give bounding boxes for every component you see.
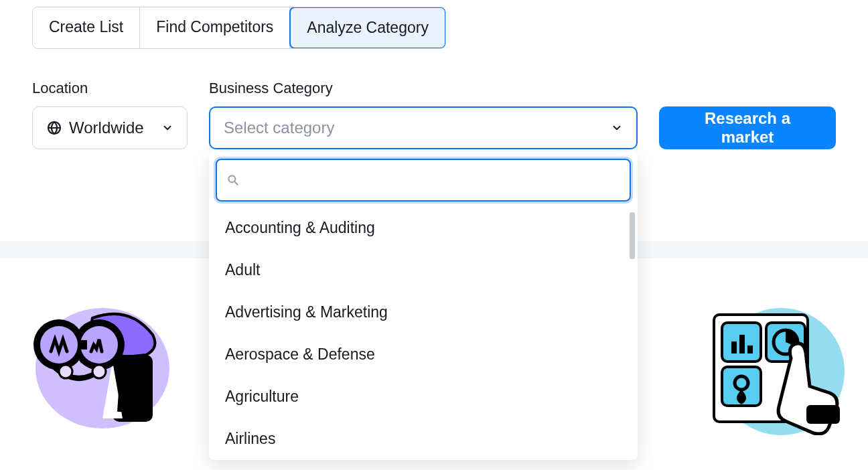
tab-label: Create List bbox=[49, 18, 123, 35]
tab-find-competitors[interactable]: Find Competitors bbox=[140, 7, 290, 48]
category-option[interactable]: Adult bbox=[209, 249, 638, 291]
svg-rect-8 bbox=[78, 340, 87, 349]
svg-point-6 bbox=[40, 326, 78, 364]
svg-point-9 bbox=[59, 365, 72, 378]
location-label: Location bbox=[32, 80, 188, 97]
option-label: Airlines bbox=[225, 430, 275, 447]
location-value: Worldwide bbox=[69, 119, 144, 137]
chevron-down-icon bbox=[161, 122, 173, 134]
spy-illustration bbox=[19, 295, 174, 435]
filters-row: Location Worldwide Business Category bbox=[32, 80, 836, 149]
tabs-row: Create List Find Competitors Analyze Cat… bbox=[32, 7, 446, 49]
category-option[interactable]: Airlines bbox=[209, 418, 638, 460]
search-icon bbox=[226, 173, 240, 187]
svg-rect-21 bbox=[806, 405, 840, 424]
svg-rect-18 bbox=[747, 345, 753, 354]
category-search-input[interactable] bbox=[246, 171, 620, 189]
category-option[interactable]: Aerospace & Defense bbox=[209, 333, 638, 376]
category-label: Business Category bbox=[209, 80, 638, 97]
category-search-wrap bbox=[216, 159, 631, 202]
option-label: Aerospace & Defense bbox=[225, 345, 375, 363]
category-field: Business Category Select category bbox=[209, 80, 638, 149]
category-option-list: Accounting & Auditing Adult Advertising … bbox=[209, 207, 638, 460]
option-label: Advertising & Marketing bbox=[225, 303, 388, 321]
location-field: Location Worldwide bbox=[32, 80, 188, 149]
option-label: Adult bbox=[225, 261, 260, 279]
option-label: Accounting & Auditing bbox=[225, 219, 375, 236]
tab-label: Find Competitors bbox=[156, 18, 273, 35]
category-select[interactable]: Select category bbox=[209, 106, 638, 149]
globe-icon bbox=[46, 120, 62, 136]
scrollbar-thumb[interactable] bbox=[630, 212, 635, 259]
tab-label: Analyze Category bbox=[307, 19, 429, 36]
research-market-button[interactable]: Research a market bbox=[659, 106, 836, 149]
option-label: Agriculture bbox=[225, 388, 299, 405]
category-option[interactable]: Accounting & Auditing bbox=[209, 207, 638, 249]
category-option[interactable]: Agriculture bbox=[209, 376, 638, 418]
tab-create-list[interactable]: Create List bbox=[33, 7, 140, 48]
button-label: Research a market bbox=[705, 109, 790, 146]
category-placeholder: Select category bbox=[224, 119, 334, 137]
svg-rect-17 bbox=[739, 335, 745, 354]
category-option[interactable]: Advertising & Marketing bbox=[209, 291, 638, 333]
dashboard-illustration bbox=[694, 295, 849, 435]
svg-rect-16 bbox=[731, 341, 737, 354]
chevron-down-icon bbox=[611, 122, 623, 134]
category-dropdown: Accounting & Auditing Adult Advertising … bbox=[209, 152, 638, 460]
tab-analyze-category[interactable]: Analyze Category bbox=[289, 7, 446, 49]
location-select[interactable]: Worldwide bbox=[32, 106, 188, 149]
svg-point-10 bbox=[92, 365, 106, 378]
